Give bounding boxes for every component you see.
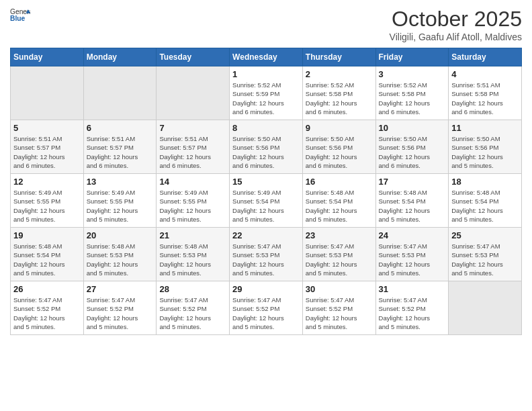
table-row: 21Sunrise: 5:48 AMSunset: 5:53 PMDayligh… bbox=[157, 228, 230, 281]
table-row: 6Sunrise: 5:51 AMSunset: 5:57 PMDaylight… bbox=[83, 120, 157, 174]
day-info: Sunrise: 5:48 AMSunset: 5:54 PMDaylight:… bbox=[306, 188, 373, 224]
day-number: 18 bbox=[451, 177, 519, 187]
calendar-title: October 2025 bbox=[390, 7, 522, 32]
day-info: Sunrise: 5:49 AMSunset: 5:55 PMDaylight:… bbox=[13, 188, 81, 224]
day-info: Sunrise: 5:50 AMSunset: 5:56 PMDaylight:… bbox=[232, 134, 300, 170]
day-info: Sunrise: 5:47 AMSunset: 5:53 PMDaylight:… bbox=[379, 242, 446, 277]
day-info: Sunrise: 5:49 AMSunset: 5:55 PMDaylight:… bbox=[87, 188, 154, 224]
calendar-table: Sunday Monday Tuesday Wednesday Thursday… bbox=[10, 48, 522, 335]
day-number: 26 bbox=[13, 284, 81, 294]
table-row: 3Sunrise: 5:52 AMSunset: 5:58 PMDaylight… bbox=[375, 66, 449, 120]
day-number: 30 bbox=[306, 284, 373, 294]
table-row: 16Sunrise: 5:48 AMSunset: 5:54 PMDayligh… bbox=[302, 174, 375, 228]
day-info: Sunrise: 5:47 AMSunset: 5:52 PMDaylight:… bbox=[379, 295, 446, 331]
table-row bbox=[11, 66, 84, 120]
day-info: Sunrise: 5:50 AMSunset: 5:56 PMDaylight:… bbox=[306, 134, 373, 170]
header-monday: Monday bbox=[83, 48, 157, 66]
svg-text:Blue: Blue bbox=[10, 15, 26, 22]
table-row: 26Sunrise: 5:47 AMSunset: 5:52 PMDayligh… bbox=[11, 281, 84, 335]
day-info: Sunrise: 5:52 AMSunset: 5:59 PMDaylight:… bbox=[232, 81, 300, 116]
day-info: Sunrise: 5:47 AMSunset: 5:52 PMDaylight:… bbox=[306, 295, 373, 331]
day-info: Sunrise: 5:49 AMSunset: 5:55 PMDaylight:… bbox=[159, 188, 226, 224]
header-saturday: Saturday bbox=[449, 48, 522, 66]
table-row: 12Sunrise: 5:49 AMSunset: 5:55 PMDayligh… bbox=[11, 174, 84, 228]
header-sunday: Sunday bbox=[11, 48, 84, 66]
table-row: 9Sunrise: 5:50 AMSunset: 5:56 PMDaylight… bbox=[302, 120, 375, 174]
day-number: 23 bbox=[306, 230, 373, 240]
day-number: 15 bbox=[232, 177, 300, 187]
day-number: 16 bbox=[306, 177, 373, 187]
day-number: 11 bbox=[451, 123, 519, 133]
day-number: 8 bbox=[232, 123, 300, 133]
table-row: 31Sunrise: 5:47 AMSunset: 5:52 PMDayligh… bbox=[375, 281, 449, 335]
day-number: 7 bbox=[159, 123, 226, 133]
day-info: Sunrise: 5:48 AMSunset: 5:54 PMDaylight:… bbox=[379, 188, 446, 224]
calendar-week-row: 12Sunrise: 5:49 AMSunset: 5:55 PMDayligh… bbox=[11, 174, 522, 228]
table-row: 10Sunrise: 5:50 AMSunset: 5:56 PMDayligh… bbox=[375, 120, 449, 174]
day-number: 3 bbox=[379, 69, 446, 79]
day-info: Sunrise: 5:47 AMSunset: 5:53 PMDaylight:… bbox=[306, 242, 373, 277]
calendar-page: General Blue October 2025 Viligili, Gaaf… bbox=[0, 0, 532, 411]
header-friday: Friday bbox=[375, 48, 449, 66]
table-row: 22Sunrise: 5:47 AMSunset: 5:53 PMDayligh… bbox=[230, 228, 303, 281]
table-row: 14Sunrise: 5:49 AMSunset: 5:55 PMDayligh… bbox=[157, 174, 230, 228]
day-info: Sunrise: 5:47 AMSunset: 5:52 PMDaylight:… bbox=[232, 295, 300, 331]
table-row: 1Sunrise: 5:52 AMSunset: 5:59 PMDaylight… bbox=[230, 66, 303, 120]
day-info: Sunrise: 5:50 AMSunset: 5:56 PMDaylight:… bbox=[451, 134, 519, 170]
table-row: 27Sunrise: 5:47 AMSunset: 5:52 PMDayligh… bbox=[83, 281, 157, 335]
day-info: Sunrise: 5:47 AMSunset: 5:53 PMDaylight:… bbox=[451, 242, 519, 277]
day-number: 24 bbox=[379, 230, 446, 240]
day-info: Sunrise: 5:52 AMSunset: 5:58 PMDaylight:… bbox=[379, 81, 446, 116]
day-number: 29 bbox=[232, 284, 300, 294]
day-number: 14 bbox=[159, 177, 226, 187]
table-row: 8Sunrise: 5:50 AMSunset: 5:56 PMDaylight… bbox=[230, 120, 303, 174]
table-row bbox=[449, 281, 522, 335]
calendar-subtitle: Viligili, Gaafu Alif Atoll, Maldives bbox=[390, 32, 522, 42]
table-row: 11Sunrise: 5:50 AMSunset: 5:56 PMDayligh… bbox=[449, 120, 522, 174]
day-number: 1 bbox=[232, 69, 300, 79]
table-row bbox=[157, 66, 230, 120]
logo-icon: General Blue bbox=[10, 7, 30, 23]
day-number: 12 bbox=[13, 177, 81, 187]
table-row: 2Sunrise: 5:52 AMSunset: 5:58 PMDaylight… bbox=[302, 66, 375, 120]
day-number: 10 bbox=[379, 123, 446, 133]
header-thursday: Thursday bbox=[302, 48, 375, 66]
day-number: 17 bbox=[379, 177, 446, 187]
table-row: 24Sunrise: 5:47 AMSunset: 5:53 PMDayligh… bbox=[375, 228, 449, 281]
table-row: 17Sunrise: 5:48 AMSunset: 5:54 PMDayligh… bbox=[375, 174, 449, 228]
day-number: 5 bbox=[13, 123, 81, 133]
table-row: 4Sunrise: 5:51 AMSunset: 5:58 PMDaylight… bbox=[449, 66, 522, 120]
calendar-week-row: 1Sunrise: 5:52 AMSunset: 5:59 PMDaylight… bbox=[11, 66, 522, 120]
table-row: 25Sunrise: 5:47 AMSunset: 5:53 PMDayligh… bbox=[449, 228, 522, 281]
day-info: Sunrise: 5:51 AMSunset: 5:58 PMDaylight:… bbox=[451, 81, 519, 116]
day-number: 22 bbox=[232, 230, 300, 240]
day-info: Sunrise: 5:48 AMSunset: 5:53 PMDaylight:… bbox=[87, 242, 154, 277]
day-info: Sunrise: 5:52 AMSunset: 5:58 PMDaylight:… bbox=[306, 81, 373, 116]
weekday-header-row: Sunday Monday Tuesday Wednesday Thursday… bbox=[11, 48, 522, 66]
day-info: Sunrise: 5:51 AMSunset: 5:57 PMDaylight:… bbox=[159, 134, 226, 170]
header-wednesday: Wednesday bbox=[230, 48, 303, 66]
day-info: Sunrise: 5:47 AMSunset: 5:52 PMDaylight:… bbox=[87, 295, 154, 331]
day-number: 31 bbox=[379, 284, 446, 294]
title-area: October 2025 Viligili, Gaafu Alif Atoll,… bbox=[390, 7, 522, 42]
day-number: 9 bbox=[306, 123, 373, 133]
day-number: 4 bbox=[451, 69, 519, 79]
day-number: 28 bbox=[159, 284, 226, 294]
day-info: Sunrise: 5:48 AMSunset: 5:53 PMDaylight:… bbox=[159, 242, 226, 277]
table-row: 19Sunrise: 5:48 AMSunset: 5:54 PMDayligh… bbox=[11, 228, 84, 281]
day-number: 20 bbox=[87, 230, 154, 240]
day-info: Sunrise: 5:49 AMSunset: 5:54 PMDaylight:… bbox=[232, 188, 300, 224]
table-row bbox=[83, 66, 157, 120]
calendar-week-row: 5Sunrise: 5:51 AMSunset: 5:57 PMDaylight… bbox=[11, 120, 522, 174]
day-info: Sunrise: 5:51 AMSunset: 5:57 PMDaylight:… bbox=[87, 134, 154, 170]
table-row: 15Sunrise: 5:49 AMSunset: 5:54 PMDayligh… bbox=[230, 174, 303, 228]
day-info: Sunrise: 5:50 AMSunset: 5:56 PMDaylight:… bbox=[379, 134, 446, 170]
calendar-week-row: 26Sunrise: 5:47 AMSunset: 5:52 PMDayligh… bbox=[11, 281, 522, 335]
day-number: 6 bbox=[87, 123, 154, 133]
day-info: Sunrise: 5:47 AMSunset: 5:53 PMDaylight:… bbox=[232, 242, 300, 277]
calendar-week-row: 19Sunrise: 5:48 AMSunset: 5:54 PMDayligh… bbox=[11, 228, 522, 281]
table-row: 29Sunrise: 5:47 AMSunset: 5:52 PMDayligh… bbox=[230, 281, 303, 335]
table-row: 7Sunrise: 5:51 AMSunset: 5:57 PMDaylight… bbox=[157, 120, 230, 174]
day-number: 13 bbox=[87, 177, 154, 187]
day-number: 21 bbox=[159, 230, 226, 240]
